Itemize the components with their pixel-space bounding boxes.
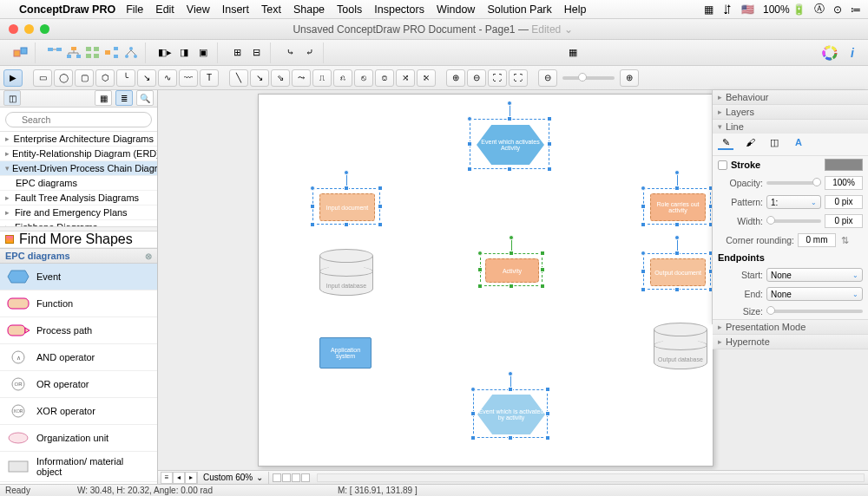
- menu-view[interactable]: View: [187, 3, 210, 16]
- menu-file[interactable]: File: [126, 3, 143, 16]
- shape-item-orgunit[interactable]: Organization unit: [0, 425, 157, 452]
- library-close-icon[interactable]: ⊗: [145, 251, 152, 261]
- tool-freehand[interactable]: 〰: [179, 69, 198, 87]
- tool-route5[interactable]: ⤨: [396, 69, 415, 87]
- line-tab-pen-icon[interactable]: ✎: [718, 136, 733, 150]
- shape-item-and[interactable]: ∧ AND operator: [0, 344, 157, 371]
- tool-route1[interactable]: ⎍: [312, 69, 332, 87]
- tool-bezier[interactable]: ∿: [158, 69, 177, 87]
- inspector-section-layers[interactable]: ▸Layers: [713, 105, 868, 119]
- page-first-button[interactable]: ≡: [161, 472, 173, 484]
- tb-connect1-icon[interactable]: ⤷: [281, 45, 299, 61]
- tool-connector-l[interactable]: ╰: [116, 69, 135, 87]
- tool-zoom-plus[interactable]: ⊕: [620, 69, 639, 87]
- tool-route6[interactable]: ⤪: [417, 69, 436, 87]
- tb-org-icon[interactable]: [122, 45, 140, 61]
- tb-grid4-icon[interactable]: [84, 45, 102, 61]
- canvas-shape-app-system[interactable]: Application system: [319, 337, 372, 369]
- zoom-slider[interactable]: [562, 76, 615, 80]
- tool-arrow1[interactable]: ↘: [250, 69, 269, 87]
- menubar-icon-a[interactable]: Ⓐ: [814, 2, 825, 16]
- tool-connector-s[interactable]: ↘: [137, 69, 156, 87]
- tree-item[interactable]: ▸Fault Tree Analysis Diagrams: [0, 191, 157, 206]
- opacity-slider[interactable]: [766, 181, 821, 185]
- width-slider[interactable]: [766, 219, 821, 223]
- menu-inspectors[interactable]: Inspectors: [374, 3, 424, 16]
- tool-route2[interactable]: ⎌: [333, 69, 352, 87]
- line-tab-shadow-icon[interactable]: ◫: [766, 136, 782, 150]
- menubar-list-icon[interactable]: ≔: [851, 3, 861, 16]
- tb-group-icon[interactable]: ⊞: [228, 45, 246, 61]
- page-prev-button[interactable]: ◂: [173, 472, 185, 484]
- tool-fit[interactable]: ⛶: [488, 69, 507, 87]
- tb-colorwheel-icon[interactable]: [821, 45, 838, 61]
- pattern-px[interactable]: 0 pix: [825, 195, 863, 209]
- inspector-section-line[interactable]: ▾Line: [713, 120, 868, 134]
- menu-shape[interactable]: Shape: [293, 3, 325, 16]
- tree-item-active[interactable]: ▾Event-Driven Process Chain Diagrams: [0, 161, 157, 176]
- shape-item-process[interactable]: Process path: [0, 317, 157, 344]
- size-slider[interactable]: [766, 310, 863, 313]
- tool-text[interactable]: T: [200, 69, 219, 87]
- left-tab-list[interactable]: ≣: [115, 90, 133, 106]
- inspector-section-presentation[interactable]: ▸Presentation Mode: [713, 320, 868, 334]
- tb-tree-icon[interactable]: [65, 45, 82, 61]
- menu-help[interactable]: Help: [564, 3, 587, 16]
- left-tab-clipart[interactable]: ◫: [3, 90, 21, 106]
- tool-polyline[interactable]: ⬡: [95, 69, 115, 87]
- left-tab-grid[interactable]: ▦: [95, 90, 112, 106]
- shape-item-function[interactable]: Function: [0, 290, 157, 317]
- menu-tools[interactable]: Tools: [337, 3, 362, 16]
- tool-zoomout[interactable]: ⊖: [467, 69, 486, 87]
- pattern-select[interactable]: 1:⌄: [766, 195, 821, 209]
- drawing-canvas[interactable]: Event which activates Activity Input doc…: [258, 94, 713, 467]
- canvas-shape-role[interactable]: Role carries out activity: [650, 193, 706, 221]
- page-next-button[interactable]: ▸: [185, 472, 197, 484]
- tb-arrange3-icon[interactable]: ▣: [194, 45, 212, 61]
- left-tab-search[interactable]: 🔍: [136, 90, 154, 106]
- tool-route4[interactable]: ⎊: [375, 69, 394, 87]
- minimize-window-button[interactable]: [24, 24, 34, 34]
- canvas-shape-activity[interactable]: Activity: [485, 258, 539, 283]
- menubar-battery[interactable]: 100% 🔋: [763, 3, 806, 16]
- end-select[interactable]: None⌄: [766, 287, 863, 301]
- app-name[interactable]: ConceptDraw PRO: [19, 3, 115, 16]
- shape-item-event[interactable]: Event: [0, 264, 157, 290]
- tb-arrange2-icon[interactable]: ◨: [175, 45, 193, 61]
- layout-mode[interactable]: [282, 473, 291, 482]
- opacity-value[interactable]: 100%: [825, 176, 863, 190]
- menubar-icon-b[interactable]: ⊙: [833, 3, 842, 16]
- canvas-shape-output-db[interactable]: Output database: [654, 323, 707, 373]
- zoom-window-button[interactable]: [40, 24, 49, 34]
- shape-item-system[interactable]: System: [0, 482, 157, 484]
- tb-arrange1-icon[interactable]: ◧▸: [156, 45, 174, 61]
- tb-shapes-ico[interactable]: [12, 45, 30, 61]
- layout-mode[interactable]: [292, 473, 300, 482]
- menu-insert[interactable]: Insert: [222, 3, 249, 16]
- layout-mode[interactable]: [273, 473, 281, 482]
- line-tab-text-icon[interactable]: A: [791, 136, 806, 150]
- inspector-section-hypernote[interactable]: ▸Hypernote: [713, 335, 868, 349]
- tb-chain-icon[interactable]: [46, 45, 63, 61]
- canvas-shape-event-top[interactable]: Event which activates Activity: [477, 125, 544, 165]
- menu-window[interactable]: Window: [437, 3, 475, 16]
- tool-roundrect[interactable]: ▢: [75, 69, 94, 87]
- corner-value[interactable]: 0 mm: [798, 233, 836, 247]
- tool-pointer[interactable]: ▶: [3, 69, 23, 87]
- tree-item[interactable]: ▸Fire and Emergency Plans: [0, 206, 157, 220]
- canvas-shape-input-doc[interactable]: Input document: [319, 193, 375, 221]
- canvas-shape-output-doc[interactable]: Output document: [650, 258, 706, 286]
- stroke-color-swatch[interactable]: [825, 159, 863, 171]
- tree-item[interactable]: ▸Entity-Relationship Diagram (ERD): [0, 147, 157, 161]
- shape-item-xor[interactable]: XOR XOR operator: [0, 398, 157, 425]
- tool-zoom-minus[interactable]: ⊖: [538, 69, 557, 87]
- stroke-checkbox[interactable]: [718, 160, 727, 170]
- tb-info-icon[interactable]: i: [844, 45, 861, 61]
- layout-mode[interactable]: [301, 473, 310, 482]
- find-more-shapes[interactable]: Find More Shapes: [0, 232, 157, 249]
- start-select[interactable]: None⌄: [766, 268, 863, 282]
- shape-item-info[interactable]: Information/ material object: [0, 452, 157, 482]
- tree-item[interactable]: ▸Enterprise Architecture Diagrams: [0, 132, 157, 147]
- zoom-display[interactable]: Custom 60%⌄: [197, 472, 269, 484]
- canvas-shape-event-bottom[interactable]: Event which is activated by activity: [477, 395, 545, 434]
